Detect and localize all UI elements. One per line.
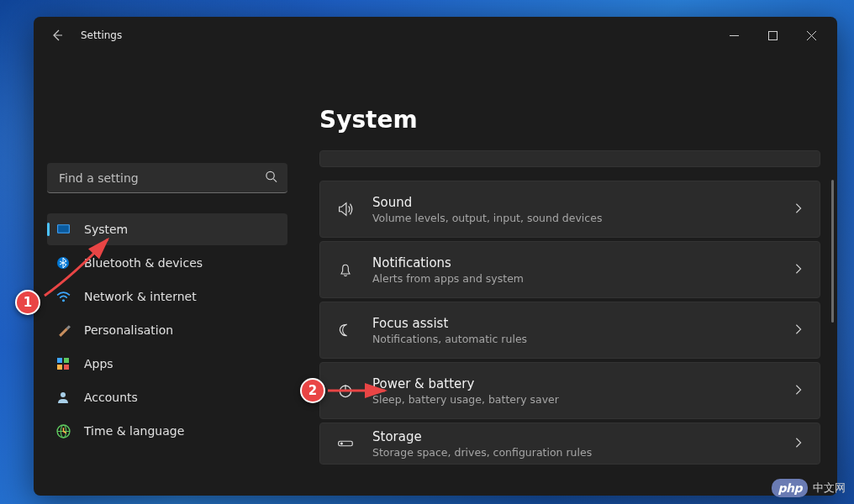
brush-icon — [55, 323, 71, 338]
sound-icon — [335, 199, 356, 219]
title-bar: Settings — [34, 17, 837, 54]
setting-title: Focus assist — [372, 316, 776, 331]
annotation-badge: 2 — [300, 378, 325, 403]
main-scrollbar[interactable] — [831, 180, 834, 323]
watermark-text: 中文网 — [813, 480, 846, 496]
setting-item-partial[interactable] — [319, 150, 820, 167]
sidebar-item-personalisation[interactable]: Personalisation — [47, 314, 287, 346]
minimize-button[interactable] — [714, 22, 753, 49]
annotation-marker-2: 2 — [300, 378, 325, 403]
watermark: php 中文网 — [772, 479, 846, 497]
settings-window: Settings — [34, 17, 837, 496]
settings-list: Sound Volume levels, output, input, soun… — [319, 150, 820, 465]
svg-rect-9 — [64, 365, 69, 370]
setting-text: Storage Storage space, drives, configura… — [372, 429, 776, 459]
back-button[interactable] — [40, 18, 74, 52]
setting-text: Power & battery Sleep, battery usage, ba… — [372, 376, 776, 406]
minimize-icon — [730, 31, 739, 40]
chevron-right-icon — [793, 436, 804, 452]
setting-desc: Storage space, drives, configuration rul… — [372, 446, 776, 459]
sidebar-item-label: Personalisation — [84, 323, 173, 337]
chevron-right-icon — [793, 323, 804, 339]
setting-desc: Sleep, battery usage, battery saver — [372, 393, 776, 406]
svg-rect-7 — [64, 358, 69, 363]
annotation-arrow-2 — [326, 381, 393, 401]
svg-rect-6 — [57, 358, 62, 363]
bell-icon — [335, 260, 356, 280]
chevron-right-icon — [793, 383, 804, 399]
globe-icon — [55, 423, 71, 438]
setting-desc: Volume levels, output, input, sound devi… — [372, 212, 776, 224]
maximize-button[interactable] — [753, 22, 792, 49]
sidebar-item-accounts[interactable]: Accounts — [47, 381, 287, 413]
apps-icon — [55, 356, 71, 371]
annotation-badge: 1 — [15, 290, 40, 315]
svg-rect-3 — [58, 225, 69, 233]
chevron-right-icon — [793, 202, 804, 218]
close-icon — [807, 31, 816, 40]
chevron-right-icon — [793, 262, 804, 278]
main-panel: System Sound Volume levels, output, inpu… — [294, 54, 837, 496]
storage-icon — [335, 433, 356, 454]
php-logo: php — [772, 479, 808, 497]
setting-text: Notifications Alerts from apps and syste… — [372, 255, 776, 285]
content-area: System Bluetooth & devices Network & int… — [34, 54, 837, 496]
setting-item-notifications[interactable]: Notifications Alerts from apps and syste… — [319, 241, 820, 298]
setting-text: Sound Volume levels, output, input, soun… — [372, 195, 776, 224]
annotation-arrow-1 — [40, 233, 116, 300]
close-button[interactable] — [792, 22, 830, 49]
setting-desc: Alerts from apps and system — [372, 272, 776, 285]
svg-point-1 — [266, 171, 274, 179]
moon-icon — [335, 320, 356, 340]
setting-title: Sound — [372, 195, 776, 210]
setting-title: Notifications — [372, 255, 776, 270]
sidebar-item-label: Time & language — [84, 424, 184, 438]
search-wrapper — [47, 163, 287, 193]
svg-point-15 — [341, 443, 343, 444]
app-title: Settings — [81, 29, 122, 41]
setting-item-storage[interactable]: Storage Storage space, drives, configura… — [319, 423, 820, 465]
svg-rect-8 — [57, 365, 62, 370]
window-controls — [714, 22, 830, 49]
setting-desc: Notifications, automatic rules — [372, 333, 776, 345]
sidebar-item-time[interactable]: Time & language — [47, 415, 287, 447]
maximize-icon — [768, 31, 778, 40]
sidebar-item-apps[interactable]: Apps — [47, 348, 287, 380]
annotation-marker-1: 1 — [15, 290, 40, 315]
svg-rect-0 — [768, 31, 777, 39]
setting-title: Power & battery — [372, 376, 776, 391]
arrow-left-icon — [50, 29, 64, 42]
setting-text: Focus assist Notifications, automatic ru… — [372, 316, 776, 345]
setting-item-power[interactable]: Power & battery Sleep, battery usage, ba… — [319, 362, 820, 419]
setting-item-sound[interactable]: Sound Volume levels, output, input, soun… — [319, 181, 820, 238]
search-icon — [265, 171, 277, 186]
svg-point-10 — [61, 392, 66, 397]
sidebar-item-label: Accounts — [84, 391, 138, 404]
page-title: System — [319, 106, 820, 134]
sidebar-item-label: Apps — [84, 357, 113, 370]
setting-item-focus[interactable]: Focus assist Notifications, automatic ru… — [319, 302, 820, 359]
search-input[interactable] — [47, 163, 287, 193]
setting-title: Storage — [372, 429, 776, 444]
person-icon — [55, 390, 71, 405]
